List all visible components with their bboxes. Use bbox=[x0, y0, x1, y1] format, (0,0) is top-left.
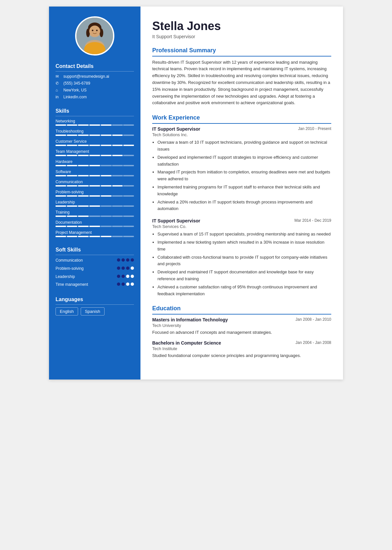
skill-name: Documentation bbox=[56, 220, 134, 225]
dot bbox=[117, 267, 120, 270]
work-title: Work Experience bbox=[152, 114, 331, 124]
skill-name: Leadership bbox=[56, 200, 134, 204]
skill-segment bbox=[78, 185, 89, 186]
person-title: It Support Supervisor bbox=[152, 34, 331, 39]
edu-desc: Focused on advanced IT concepts and mana… bbox=[152, 329, 331, 336]
dots-row bbox=[117, 258, 134, 262]
skill-segment bbox=[112, 175, 123, 176]
soft-skills-section: Soft Skills CommunicationProblem-solving… bbox=[56, 247, 134, 290]
skill-segment bbox=[90, 216, 100, 217]
skill-segment bbox=[112, 124, 123, 126]
skill-bar bbox=[56, 185, 134, 186]
dot bbox=[122, 275, 125, 278]
skill-bar bbox=[56, 205, 134, 207]
skill-segment bbox=[101, 195, 111, 197]
skill-segment bbox=[90, 226, 100, 227]
skill-segment bbox=[90, 195, 100, 197]
skill-bar bbox=[56, 216, 134, 217]
skill-segment bbox=[90, 165, 100, 166]
job-title: IT Support Supervisor bbox=[152, 218, 200, 223]
job-title: IT Support Supervisor bbox=[152, 126, 200, 132]
language-tag: English bbox=[56, 307, 78, 315]
skill-segment bbox=[90, 205, 100, 207]
edu-entry: Masters in Information TechnologyJan 200… bbox=[152, 317, 331, 336]
skill-bar bbox=[56, 195, 134, 197]
edu-date: Jan 2004 - Jan 2008 bbox=[296, 340, 331, 345]
skill-segment bbox=[112, 236, 123, 237]
skill-segment bbox=[112, 226, 123, 227]
edu-school: Tech Institute bbox=[152, 346, 331, 351]
education-title: Education bbox=[152, 305, 331, 315]
skill-name: Problem-solving bbox=[56, 190, 134, 194]
skill-segment bbox=[90, 155, 100, 156]
dot bbox=[117, 258, 120, 262]
jobs-list: IT Support SupervisorJan 2010 - PresentT… bbox=[152, 126, 331, 297]
edu-degree: Bachelors in Computer Science bbox=[152, 340, 221, 346]
skill-item: Software bbox=[56, 170, 134, 176]
svg-point-6 bbox=[89, 25, 100, 37]
skill-segment bbox=[56, 205, 66, 207]
skill-segment bbox=[56, 236, 66, 237]
skill-name: Hardware bbox=[56, 159, 134, 164]
skill-segment bbox=[123, 216, 134, 217]
skill-segment bbox=[67, 135, 77, 136]
person-name: Stella Jones bbox=[152, 20, 331, 33]
skill-segment bbox=[67, 205, 77, 207]
avatar bbox=[75, 16, 114, 56]
soft-skill-row: Communication bbox=[56, 258, 134, 263]
skill-segment bbox=[101, 165, 111, 166]
education-list: Masters in Information TechnologyJan 200… bbox=[152, 317, 331, 359]
skill-segment bbox=[123, 185, 134, 186]
skill-segment bbox=[78, 175, 89, 176]
skill-item: Project Management bbox=[56, 230, 134, 237]
edu-school: Tech University bbox=[152, 323, 331, 328]
edu-header: Masters in Information TechnologyJan 200… bbox=[152, 317, 331, 322]
skill-bar bbox=[56, 165, 134, 166]
job-header: IT Support SupervisorMar 2014 - Dec 2019 bbox=[152, 218, 331, 223]
skill-segment bbox=[123, 205, 134, 207]
skill-segment bbox=[56, 216, 66, 217]
location-icon: ⌂ bbox=[56, 88, 61, 92]
skill-name: Troubleshooting bbox=[56, 129, 134, 134]
dot bbox=[131, 275, 134, 278]
skill-segment bbox=[123, 165, 134, 166]
language-tags: EnglishSpanish bbox=[56, 307, 134, 315]
dot bbox=[131, 267, 134, 270]
skill-name: Training bbox=[56, 210, 134, 215]
soft-skills-title: Soft Skills bbox=[56, 247, 134, 255]
skill-segment bbox=[123, 145, 134, 146]
skill-segment bbox=[101, 124, 111, 126]
dot bbox=[122, 267, 125, 270]
skill-name: Project Management bbox=[56, 230, 134, 235]
skill-segment bbox=[56, 135, 66, 136]
skill-segment bbox=[56, 124, 66, 126]
skill-segment bbox=[101, 226, 111, 227]
job-company: Tech Services Co. bbox=[152, 224, 331, 229]
skill-segment bbox=[67, 155, 77, 156]
soft-skill-name: Communication bbox=[56, 258, 117, 263]
skill-name: Team Management bbox=[56, 149, 134, 154]
skill-name: Software bbox=[56, 170, 134, 174]
job-bullet: Implemented training programs for IT sup… bbox=[157, 184, 331, 198]
dot bbox=[122, 283, 125, 286]
skill-name: Communication bbox=[56, 180, 134, 184]
skill-item: Networking bbox=[56, 119, 134, 126]
contact-linkedin: in LinkedIn.com bbox=[56, 95, 134, 99]
skill-bar bbox=[56, 236, 134, 237]
skill-segment bbox=[123, 226, 134, 227]
dots-row bbox=[117, 283, 134, 286]
skill-segment bbox=[101, 185, 111, 186]
skill-name: Customer Service bbox=[56, 139, 134, 144]
skill-item: Team Management bbox=[56, 149, 134, 156]
skill-segment bbox=[67, 216, 77, 217]
main-content: Stella Jones It Support Supervisor Profe… bbox=[140, 7, 343, 380]
edu-desc: Studied foundational computer science pr… bbox=[152, 352, 331, 359]
job-bullet: Managed IT projects from initiation to c… bbox=[157, 169, 331, 183]
skill-segment bbox=[78, 236, 89, 237]
education-section: Education Masters in Information Technol… bbox=[152, 305, 331, 359]
skill-bar bbox=[56, 145, 134, 146]
skill-segment bbox=[90, 145, 100, 146]
skill-segment bbox=[101, 236, 111, 237]
skill-segment bbox=[123, 155, 134, 156]
job-bullet: Achieved a customer satisfaction rating … bbox=[157, 284, 331, 298]
